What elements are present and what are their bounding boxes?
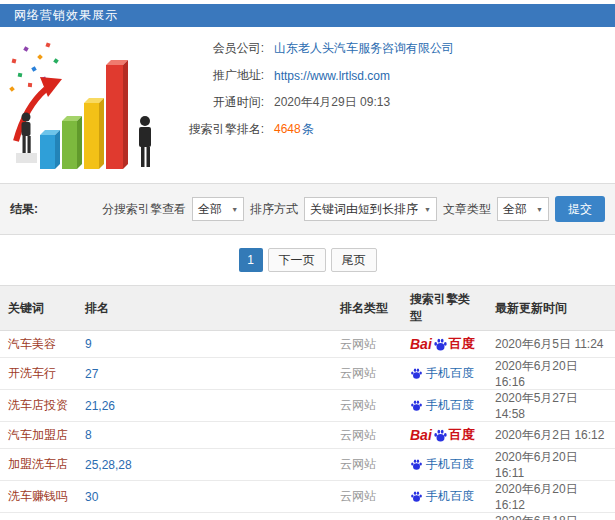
caret-down-icon: ▼ xyxy=(231,206,238,213)
baidu-logo: Bai百度 xyxy=(410,426,475,444)
result-label: 结果: xyxy=(10,201,38,218)
mobile-baidu-logo: 手机百度 xyxy=(410,456,474,473)
keyword-text: 洗车赚钱吗 xyxy=(8,489,68,503)
table-body: 汽车美容9云网站Bai百度2020年6月5日 11:24开洗车行27云网站手机百… xyxy=(0,331,615,520)
mobile-baidu-logo: 手机百度 xyxy=(410,488,474,505)
opened-time-row: 开通时间: 2020年4月29日 09:13 xyxy=(178,95,454,110)
opened-time-label: 开通时间: xyxy=(178,94,264,111)
results-table: 关键词 排名 排名类型 搜索引擎类型 最新更新时间 汽车美容9云网站Bai百度2… xyxy=(0,285,615,520)
engine-rank-label: 搜索引擎排名: xyxy=(178,121,264,138)
company-row: 会员公司: 山东老人头汽车服务咨询有限公司 xyxy=(178,41,454,56)
baidu-logo: Bai百度 xyxy=(410,335,475,353)
baidu-wordmark-cn: 百度 xyxy=(449,335,475,353)
engine-select[interactable]: 全部 ▼ xyxy=(192,197,244,221)
page-number-current[interactable]: 1 xyxy=(239,248,263,272)
updated-time-text: 2020年6月2日 16:12 xyxy=(495,428,604,442)
col-header-rank: 排名 xyxy=(77,286,332,331)
baidu-paw-icon xyxy=(433,337,448,352)
col-header-rank-type: 排名类型 xyxy=(332,286,402,331)
keyword-text: 汽车加盟店 xyxy=(8,428,68,442)
engine-rank-value: 4648条 xyxy=(274,121,314,138)
keyword-text: 开洗车行 xyxy=(8,366,56,380)
baidu-paw-icon xyxy=(410,367,423,380)
keyword-text: 汽车美容 xyxy=(8,337,56,351)
table-row: 汽车美容9云网站Bai百度2020年6月5日 11:24 xyxy=(0,331,615,358)
rank-count-unit: 条 xyxy=(302,122,314,136)
mobile-baidu-text: 手机百度 xyxy=(426,488,474,505)
rank-type-text: 云网站 xyxy=(340,457,376,471)
mobile-baidu-logo: 手机百度 xyxy=(410,397,474,414)
mobile-baidu-logo: 手机百度 xyxy=(410,365,474,382)
next-page-button[interactable]: 下一页 xyxy=(268,248,326,272)
sort-label: 排序方式 xyxy=(250,201,298,218)
updated-time-text: 2020年6月20日 16:11 xyxy=(495,450,578,480)
sort-select[interactable]: 关键词由短到长排序 ▼ xyxy=(304,197,437,221)
submit-button[interactable]: 提交 xyxy=(555,196,605,222)
table-row: 汽车加盟店8云网站Bai百度2020年6月2日 16:12 xyxy=(0,422,615,449)
rank-link[interactable]: 8 xyxy=(85,428,92,442)
rank-type-text: 云网站 xyxy=(340,489,376,503)
table-header-row: 关键词 排名 排名类型 搜索引擎类型 最新更新时间 xyxy=(0,286,615,331)
col-header-updated: 最新更新时间 xyxy=(487,286,615,331)
baidu-paw-icon xyxy=(410,458,423,471)
baidu-paw-icon xyxy=(433,428,448,443)
updated-time-text: 2020年6月5日 11:24 xyxy=(495,337,604,351)
caret-down-icon: ▼ xyxy=(424,206,431,213)
table-row: 加盟洗车店25,28,28云网站手机百度2020年6月20日 16:11 xyxy=(0,449,615,481)
updated-time-text: 2020年6月20日 16:16 xyxy=(495,359,578,389)
bars xyxy=(40,60,128,169)
mobile-baidu-text: 手机百度 xyxy=(426,365,474,382)
article-type-label: 文章类型 xyxy=(443,201,491,218)
filter-controls: 分搜索引擎查看 全部 ▼ 排序方式 关键词由短到长排序 ▼ 文章类型 全部 ▼ … xyxy=(102,196,605,222)
baidu-paw-icon xyxy=(410,399,423,412)
info-section: 会员公司: 山东老人头汽车服务咨询有限公司 推广地址: https://www.… xyxy=(0,27,615,183)
promotion-url-label: 推广地址: xyxy=(178,67,264,84)
engine-select-value: 全部 xyxy=(198,201,222,218)
rank-link[interactable]: 9 xyxy=(85,337,92,351)
sort-select-value: 关键词由短到长排序 xyxy=(310,201,418,218)
col-header-keyword: 关键词 xyxy=(0,286,77,331)
rank-link[interactable]: 25,28,28 xyxy=(85,458,132,472)
company-link[interactable]: 山东老人头汽车服务咨询有限公司 xyxy=(274,40,454,57)
col-header-engine-type: 搜索引擎类型 xyxy=(402,286,487,331)
rank-link[interactable]: 21,26 xyxy=(85,399,115,413)
rank-link[interactable]: 27 xyxy=(85,367,98,381)
last-page-button[interactable]: 尾页 xyxy=(331,248,377,272)
rank-type-text: 云网站 xyxy=(340,337,376,351)
baidu-wordmark-bai: Bai xyxy=(410,336,432,352)
company-label: 会员公司: xyxy=(178,40,264,57)
rank-link[interactable]: 30 xyxy=(85,490,98,504)
rank-count-value: 4648 xyxy=(274,122,301,136)
table-row: 洗车赚钱吗30云网站手机百度2020年6月20日 16:12 xyxy=(0,481,615,513)
mobile-baidu-text: 手机百度 xyxy=(426,456,474,473)
baidu-wordmark-bai: Bai xyxy=(410,427,432,443)
updated-time-text: 2020年5月27日 14:58 xyxy=(495,391,578,421)
updated-time-text: 2020年6月18日 14:27 xyxy=(495,514,578,520)
promotion-url-link[interactable]: https://www.lrtlsd.com xyxy=(274,69,390,83)
rank-type-text: 云网站 xyxy=(340,366,376,380)
caret-down-icon: ▼ xyxy=(536,206,543,213)
person-left-silhouette xyxy=(22,113,31,154)
table-row: 洗车店投资21,26云网站手机百度2020年5月27日 14:58 xyxy=(0,390,615,422)
filter-bar: 结果: 分搜索引擎查看 全部 ▼ 排序方式 关键词由短到长排序 ▼ 文章类型 全… xyxy=(0,183,615,235)
article-type-select-value: 全部 xyxy=(503,201,527,218)
info-rows: 会员公司: 山东老人头汽车服务咨询有限公司 推广地址: https://www.… xyxy=(178,41,454,149)
mobile-baidu-text: 手机百度 xyxy=(426,397,474,414)
app-header: 网络营销效果展示 xyxy=(0,4,615,27)
baidu-wordmark-cn: 百度 xyxy=(449,426,475,444)
pedestal xyxy=(16,153,37,163)
article-type-select[interactable]: 全部 ▼ xyxy=(497,197,549,221)
rank-type-text: 云网站 xyxy=(340,398,376,412)
engine-filter-label: 分搜索引擎查看 xyxy=(102,201,186,218)
person-right-silhouette xyxy=(139,116,151,167)
baidu-paw-icon xyxy=(410,490,423,503)
rank-type-text: 云网站 xyxy=(340,428,376,442)
pagination: 1 下一页 尾页 xyxy=(0,235,615,285)
table-row: 开洗车行27云网站手机百度2020年6月20日 16:16 xyxy=(0,358,615,390)
keyword-text: 洗车店投资 xyxy=(8,398,68,412)
bar-chart-illustration xyxy=(4,29,184,181)
keyword-text: 加盟洗车店 xyxy=(8,457,68,471)
opened-time-value: 2020年4月29日 09:13 xyxy=(274,94,390,111)
updated-time-text: 2020年6月20日 16:12 xyxy=(495,482,578,512)
engine-rank-row: 搜索引擎排名: 4648条 xyxy=(178,122,454,137)
